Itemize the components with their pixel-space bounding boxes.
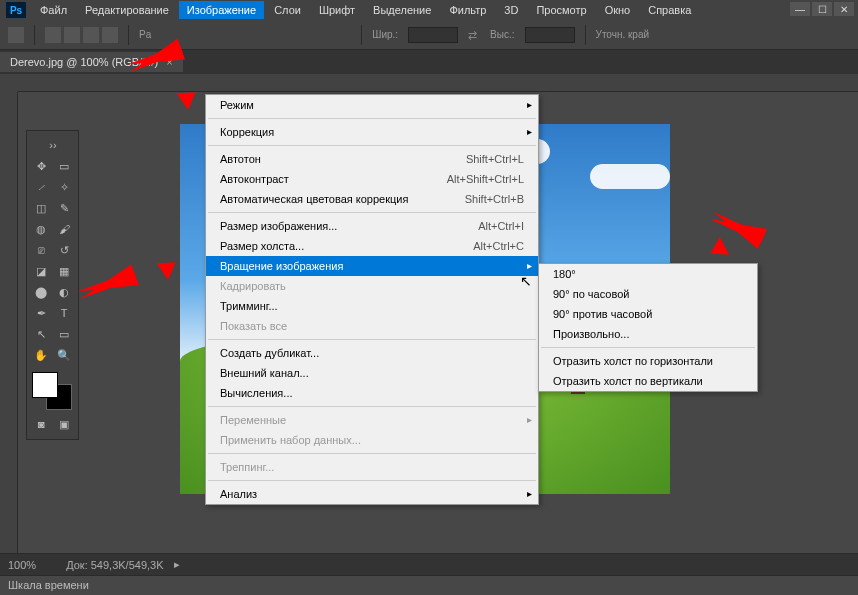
crop-tool[interactable]: ◫	[30, 198, 52, 218]
refine-edge-label[interactable]: Уточн. край	[596, 29, 650, 40]
close-button[interactable]: ✕	[834, 2, 854, 16]
history-brush-tool[interactable]: ↺	[53, 240, 75, 260]
tools-panel: ›› ✥▭ ⟋✧ ◫✎ ◍🖌 ⎚↺ ◪▦ ⬤◐ ✒T ↖▭ ✋🔍 ◙▣	[26, 130, 79, 440]
separator	[208, 406, 536, 407]
timeline-panel[interactable]: Шкала времени	[0, 575, 858, 595]
separator	[208, 212, 536, 213]
hand-tool[interactable]: ✋	[30, 345, 52, 365]
menu-item[interactable]: Изображение	[179, 1, 264, 19]
eyedropper-tool[interactable]: ✎	[53, 198, 75, 218]
color-swatches[interactable]	[30, 372, 72, 410]
menu-item[interactable]: Автоматическая цветовая коррекцияShift+C…	[206, 189, 538, 209]
width-input[interactable]	[408, 27, 458, 43]
zoom-level[interactable]: 100%	[8, 559, 36, 571]
menu-item-label: Показать все	[220, 320, 287, 332]
tool-preset-icon[interactable]	[8, 27, 24, 43]
status-arrow-icon[interactable]: ▸	[174, 558, 180, 571]
collapse-icon[interactable]: ››	[30, 135, 76, 155]
menu-item[interactable]: Выделение	[365, 1, 439, 19]
separator	[208, 339, 536, 340]
submenu-item[interactable]: Отразить холст по горизонтали	[539, 351, 757, 371]
menu-item[interactable]: АвтоконтрастAlt+Shift+Ctrl+L	[206, 169, 538, 189]
menu-item: Переменные	[206, 410, 538, 430]
image-menu-dropdown: РежимКоррекцияАвтотонShift+Ctrl+LАвтокон…	[205, 94, 539, 505]
heal-tool[interactable]: ◍	[30, 219, 52, 239]
height-label: Выс.:	[490, 29, 514, 40]
separator	[541, 347, 755, 348]
menu-item[interactable]: Справка	[640, 1, 699, 19]
menu-item[interactable]: Создать дубликат...	[206, 343, 538, 363]
menu-item[interactable]: Режим	[206, 95, 538, 115]
ruler-horizontal[interactable]	[18, 74, 858, 92]
menu-item: Применить набор данных...	[206, 430, 538, 450]
menu-item[interactable]: Размер изображения...Alt+Ctrl+I	[206, 216, 538, 236]
marquee-mode-icon[interactable]	[45, 27, 61, 43]
marquee-mode-icon[interactable]	[83, 27, 99, 43]
minimize-button[interactable]: —	[790, 2, 810, 16]
path-select-tool[interactable]: ↖	[30, 324, 52, 344]
marquee-tool[interactable]: ▭	[53, 156, 75, 176]
menu-item[interactable]: Редактирование	[77, 1, 177, 19]
separator	[208, 480, 536, 481]
shape-tool[interactable]: ▭	[53, 324, 75, 344]
submenu-item[interactable]: 90° по часовой	[539, 284, 757, 304]
menu-item[interactable]: Слои	[266, 1, 309, 19]
menu-item-label: Переменные	[220, 414, 286, 426]
menu-bar: ФайлРедактированиеИзображениеСлоиШрифтВы…	[32, 1, 699, 19]
menu-item[interactable]: Шрифт	[311, 1, 363, 19]
marquee-mode-icon[interactable]	[64, 27, 80, 43]
marquee-mode-icon[interactable]	[102, 27, 118, 43]
menu-item-label: Кадрировать	[220, 280, 286, 292]
menu-item[interactable]: Коррекция	[206, 122, 538, 142]
rotate-submenu: 180°90° по часовой90° против часовойПрои…	[538, 263, 758, 392]
menu-item[interactable]: Тримминг...	[206, 296, 538, 316]
menu-item-label: Размер изображения...	[220, 220, 337, 232]
menu-item[interactable]: Размер холста...Alt+Ctrl+C	[206, 236, 538, 256]
submenu-item[interactable]: 90° против часовой	[539, 304, 757, 324]
menu-item[interactable]: Файл	[32, 1, 75, 19]
menu-item[interactable]: 3D	[496, 1, 526, 19]
title-bar: Ps ФайлРедактированиеИзображениеСлоиШриф…	[0, 0, 858, 20]
dodge-tool[interactable]: ◐	[53, 282, 75, 302]
annotation-arrow-icon	[75, 264, 137, 299]
submenu-item[interactable]: Отразить холст по вертикали	[539, 371, 757, 391]
ruler-vertical[interactable]	[0, 92, 18, 587]
menu-item[interactable]: Внешний канал...	[206, 363, 538, 383]
maximize-button[interactable]: ☐	[812, 2, 832, 16]
menu-item-label: Автоматическая цветовая коррекция	[220, 193, 408, 205]
screenmode-tool[interactable]: ▣	[53, 414, 75, 434]
wand-tool[interactable]: ✧	[53, 177, 75, 197]
menu-item[interactable]: Вращение изображения	[206, 256, 538, 276]
menu-item[interactable]: Анализ	[206, 484, 538, 504]
menu-item[interactable]: Вычисления...	[206, 383, 538, 403]
foreground-swatch[interactable]	[32, 372, 58, 398]
app-logo: Ps	[6, 2, 26, 18]
submenu-item[interactable]: Произвольно...	[539, 324, 757, 344]
submenu-item[interactable]: 180°	[539, 264, 757, 284]
blur-tool[interactable]: ⬤	[30, 282, 52, 302]
menu-shortcut: Shift+Ctrl+B	[465, 193, 524, 205]
quickmask-tool[interactable]: ◙	[30, 414, 52, 434]
move-tool[interactable]: ✥	[30, 156, 52, 176]
lasso-tool[interactable]: ⟋	[30, 177, 52, 197]
eraser-tool[interactable]: ◪	[30, 261, 52, 281]
menu-item[interactable]: Окно	[597, 1, 639, 19]
doc-size: Док: 549,3K/549,3K	[66, 559, 163, 571]
brush-tool[interactable]: 🖌	[53, 219, 75, 239]
menu-shortcut: Alt+Shift+Ctrl+L	[447, 173, 524, 185]
stamp-tool[interactable]: ⎚	[30, 240, 52, 260]
menu-item-label: Создать дубликат...	[220, 347, 319, 359]
menu-item-label: Внешний канал...	[220, 367, 309, 379]
menu-item-label: Коррекция	[220, 126, 274, 138]
menu-item-label: Режим	[220, 99, 254, 111]
height-input[interactable]	[525, 27, 575, 43]
pen-tool[interactable]: ✒	[30, 303, 52, 323]
menu-item[interactable]: АвтотонShift+Ctrl+L	[206, 149, 538, 169]
swap-icon[interactable]: ⇄	[468, 29, 480, 41]
menu-item-label: Автоконтраст	[220, 173, 289, 185]
menu-item[interactable]: Просмотр	[528, 1, 594, 19]
zoom-tool[interactable]: 🔍	[53, 345, 75, 365]
type-tool[interactable]: T	[53, 303, 75, 323]
gradient-tool[interactable]: ▦	[53, 261, 75, 281]
menu-item[interactable]: Фильтр	[441, 1, 494, 19]
